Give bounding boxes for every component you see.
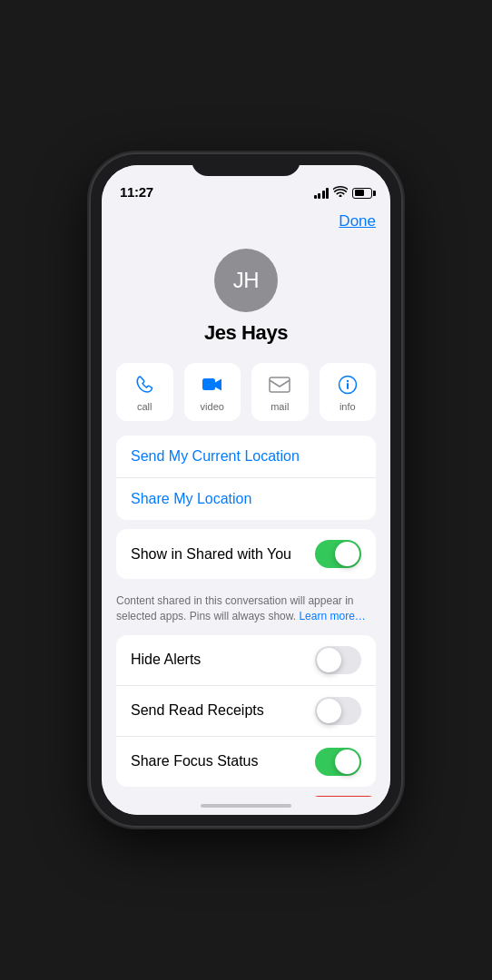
phone-notch [192, 154, 300, 176]
toggle-thumb-4 [335, 750, 359, 774]
action-buttons: call video [102, 363, 390, 436]
status-icons [314, 186, 373, 200]
contact-name: Jes Hays [204, 321, 288, 345]
location-card-group: Send My Current Location Share My Locati… [116, 436, 376, 520]
shared-with-you-section: Show in Shared with You [116, 529, 376, 579]
call-label: call [137, 401, 153, 412]
mail-button[interactable]: mail [251, 363, 309, 421]
svg-point-3 [347, 380, 349, 382]
home-bar [201, 804, 291, 808]
send-location-label: Send My Current Location [131, 448, 300, 465]
profile-section: JH Jes Hays [102, 241, 390, 363]
show-shared-row: Show in Shared with You [116, 529, 376, 579]
call-icon [132, 372, 157, 397]
share-focus-label: Share Focus Status [131, 753, 259, 769]
video-icon [200, 372, 225, 397]
show-shared-toggle[interactable] [315, 540, 361, 568]
phone-screen: 11:27 [102, 165, 390, 815]
hide-alerts-row: Hide Alerts [116, 635, 376, 686]
settings-toggles-section: Hide Alerts Send Read Receipts Share Foc… [116, 635, 376, 787]
share-location-label: Share My Location [131, 491, 251, 507]
send-location-item[interactable]: Send My Current Location [116, 436, 376, 478]
share-focus-row: Share Focus Status [116, 737, 376, 787]
hide-alerts-toggle[interactable] [315, 646, 361, 674]
svg-rect-1 [270, 377, 290, 392]
mail-icon [267, 372, 292, 397]
avatar: JH [214, 249, 278, 312]
signal-icon [314, 188, 330, 199]
info-label: info [339, 401, 356, 412]
info-button[interactable]: info [320, 363, 377, 421]
status-time: 11:27 [120, 184, 153, 200]
send-read-receipts-row: Send Read Receipts [116, 686, 376, 737]
battery-icon [352, 188, 372, 199]
share-focus-toggle[interactable] [315, 748, 361, 776]
video-button[interactable]: video [184, 363, 241, 421]
svg-rect-0 [202, 378, 215, 390]
done-button[interactable]: Done [339, 212, 376, 230]
send-read-receipts-toggle[interactable] [315, 697, 361, 725]
learn-more-link[interactable]: Learn more… [299, 610, 365, 622]
header: Done [102, 205, 390, 241]
shared-description: Content shared in this conversation will… [102, 588, 390, 635]
call-button[interactable]: call [116, 363, 173, 421]
show-shared-label: Show in Shared with You [131, 546, 291, 563]
home-indicator [102, 797, 390, 815]
screen-content[interactable]: Done JH Jes Hays call [102, 205, 390, 797]
share-location-item[interactable]: Share My Location [116, 478, 376, 520]
hide-alerts-label: Hide Alerts [131, 652, 201, 668]
send-read-receipts-label: Send Read Receipts [131, 702, 264, 719]
toggle-thumb-2 [317, 648, 341, 672]
phone-frame: 11:27 [91, 154, 401, 826]
video-label: video [201, 401, 224, 412]
toggle-thumb [335, 542, 359, 566]
wifi-icon [333, 186, 348, 200]
toggle-thumb-3 [317, 699, 341, 723]
mail-label: mail [271, 401, 289, 412]
info-icon [335, 372, 360, 397]
